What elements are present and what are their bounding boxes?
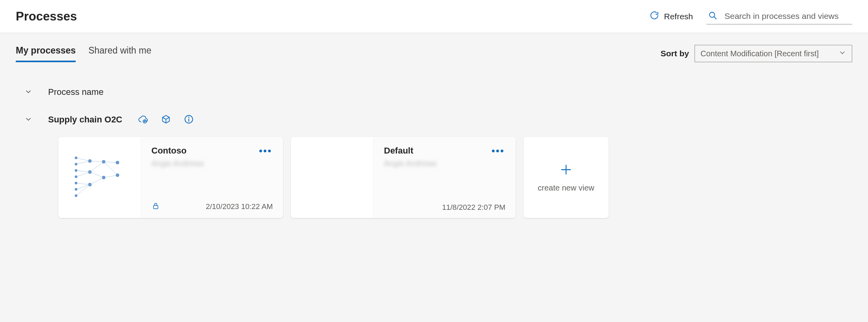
view-title: Contoso — [151, 146, 186, 156]
view-card-body: Default ••• Angie Andrews 11/8/2022 2:07… — [374, 137, 516, 218]
refresh-button[interactable]: Refresh — [644, 7, 698, 25]
content-area: My processes Shared with me Sort by Cont… — [0, 33, 868, 322]
process-row: Supply chain O2C — [20, 109, 852, 130]
sort-label: Sort by — [661, 49, 689, 58]
create-view-button[interactable]: create new view — [523, 137, 609, 218]
tabs-row: My processes Shared with me Sort by Cont… — [16, 45, 852, 62]
card-title-row: Default ••• — [384, 146, 505, 156]
views-row: Contoso ••• Angie Andrews 2/10/2023 10:2… — [58, 137, 852, 218]
view-card[interactable]: Contoso ••• Angie Andrews 2/10/2023 10:2… — [58, 137, 283, 218]
view-owner: Angie Andrews — [151, 159, 273, 168]
page-header: Processes Refresh — [0, 0, 868, 33]
cloud-upload-icon — [138, 114, 148, 126]
create-view-label: create new view — [538, 183, 594, 192]
process-collapse-toggle[interactable] — [20, 112, 36, 128]
tab-my-processes[interactable]: My processes — [16, 45, 76, 62]
cloud-upload-button[interactable] — [137, 114, 149, 126]
sort-dropdown[interactable]: Content Modification [Recent first] — [695, 45, 852, 62]
more-actions-button[interactable]: ••• — [258, 146, 273, 156]
svg-point-5 — [188, 117, 190, 118]
search-icon — [708, 11, 717, 22]
search-input[interactable] — [725, 11, 851, 21]
svg-rect-20 — [154, 205, 158, 209]
column-header-row: Process name — [20, 82, 852, 102]
more-horizontal-icon: ••• — [259, 145, 272, 157]
info-icon — [184, 114, 194, 126]
page-title: Processes — [16, 9, 77, 24]
column-header-process-name: Process name — [48, 87, 104, 97]
process-name[interactable]: Supply chain O2C — [48, 115, 122, 125]
chevron-down-icon — [838, 49, 846, 59]
view-card-body: Contoso ••• Angie Andrews 2/10/2023 10:2… — [141, 137, 283, 218]
process-action-icons — [137, 114, 195, 126]
view-thumbnail — [291, 137, 374, 218]
plus-icon — [559, 163, 573, 178]
view-date: 2/10/2023 10:22 AM — [206, 202, 273, 211]
card-title-row: Contoso ••• — [151, 146, 273, 156]
view-card[interactable]: Default ••• Angie Andrews 11/8/2022 2:07… — [291, 137, 516, 218]
svg-line-1 — [714, 17, 717, 19]
tab-shared-with-me[interactable]: Shared with me — [88, 45, 151, 62]
chevron-down-icon — [24, 115, 32, 124]
process-map-icon — [68, 150, 131, 205]
tabs: My processes Shared with me — [16, 45, 151, 62]
chevron-down-icon — [24, 88, 32, 97]
package-button[interactable] — [160, 114, 172, 126]
more-actions-button[interactable]: ••• — [491, 146, 505, 156]
view-owner: Angie Andrews — [384, 159, 505, 168]
refresh-label: Refresh — [664, 12, 693, 21]
refresh-icon — [650, 11, 659, 22]
sort-selected-value: Content Modification [Recent first] — [700, 49, 819, 58]
search-box[interactable] — [706, 8, 852, 24]
more-horizontal-icon: ••• — [492, 145, 505, 157]
collapse-toggle[interactable] — [20, 84, 36, 100]
package-icon — [161, 114, 171, 126]
view-thumbnail — [58, 137, 141, 218]
sort-control: Sort by Content Modification [Recent fir… — [661, 45, 852, 62]
info-button[interactable] — [183, 114, 195, 126]
lock-icon — [151, 202, 160, 212]
card-footer: 11/8/2022 2:07 PM — [384, 203, 505, 212]
view-title: Default — [384, 146, 414, 156]
view-date: 11/8/2022 2:07 PM — [442, 203, 505, 212]
card-footer: 2/10/2023 10:22 AM — [151, 202, 273, 212]
